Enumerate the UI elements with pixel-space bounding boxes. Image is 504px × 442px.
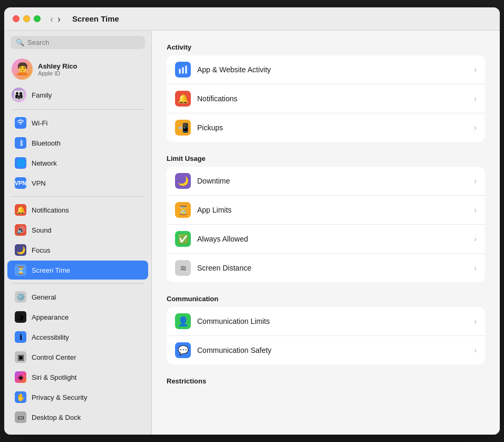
sidebar-label-focus: Focus <box>32 246 50 254</box>
sidebar-item-sound[interactable]: 🔊 Sound <box>7 220 148 239</box>
general-icon: ⚙️ <box>15 291 26 303</box>
svg-rect-1 <box>182 68 184 74</box>
family-label: Family <box>32 91 52 99</box>
sidebar-item-accessibility[interactable]: ℹ Accessibility <box>7 328 148 347</box>
desktop-icon: ▭ <box>15 411 26 423</box>
downtime-card-icon: 🌙 <box>175 173 191 189</box>
pickups-chevron: › <box>474 123 477 132</box>
sidebar-item-privacy[interactable]: ✋ Privacy & Security <box>7 388 148 407</box>
search-icon: 🔍 <box>16 39 24 46</box>
communication-safety-icon: 💬 <box>175 342 191 358</box>
section-header-communication: Communication <box>167 295 485 303</box>
communication-limits-icon: 👤 <box>175 313 191 329</box>
sidebar-item-family[interactable]: 👨‍👩‍👧 Family <box>4 84 151 106</box>
communication-safety-item[interactable]: 💬 Communication Safety › <box>167 336 485 364</box>
screen-distance-chevron: › <box>474 264 477 272</box>
section-header-limit: Limit Usage <box>167 155 485 162</box>
avatar: 🧑‍🦱 <box>12 59 33 80</box>
sidebar-label-bluetooth: Bluetooth <box>32 139 61 147</box>
privacy-icon: ✋ <box>15 391 26 403</box>
screen-distance-item[interactable]: ≋ Screen Distance › <box>167 254 485 282</box>
sidebar-label-screentime: Screen Time <box>32 266 70 274</box>
sidebar-item-general[interactable]: ⚙️ General <box>7 287 148 306</box>
svg-rect-0 <box>179 69 181 74</box>
svg-rect-2 <box>186 66 187 74</box>
back-arrow[interactable]: ‹ <box>49 14 54 24</box>
wifi-icon <box>15 117 26 129</box>
appearance-icon: ◑ <box>15 311 26 323</box>
sidebar-item-notifications[interactable]: 🔔 Notifications <box>7 200 148 219</box>
screen-distance-card-icon: ≋ <box>175 260 191 276</box>
controlcenter-icon: ▣ <box>15 351 26 363</box>
sidebar-item-network[interactable]: 🌐 Network <box>7 153 148 172</box>
app-limits-chevron: › <box>474 206 477 214</box>
profile-text: Ashley Rico Apple ID <box>38 62 77 76</box>
communication-safety-chevron: › <box>474 346 477 354</box>
sidebar-item-controlcenter[interactable]: ▣ Control Center <box>7 348 148 367</box>
sidebar-item-desktop[interactable]: ▭ Desktop & Dock <box>7 408 148 427</box>
app-website-activity-item[interactable]: App & Website Activity › <box>167 55 485 84</box>
sidebar-label-appearance: Appearance <box>32 313 69 321</box>
sidebar-item-vpn[interactable]: VPN VPN <box>7 174 148 193</box>
communication-safety-label: Communication Safety <box>197 346 468 354</box>
always-allowed-item[interactable]: ✅ Always Allowed › <box>167 225 485 254</box>
sidebar-item-siri[interactable]: ◈ Siri & Spotlight <box>7 368 148 387</box>
profile-section[interactable]: 🧑‍🦱 Ashley Rico Apple ID <box>4 54 151 84</box>
downtime-item[interactable]: 🌙 Downtime › <box>167 167 485 196</box>
downtime-label: Downtime <box>197 177 468 185</box>
nav-arrows: ‹ › <box>49 14 62 24</box>
profile-sub: Apple ID <box>38 70 77 76</box>
communication-limits-chevron: › <box>474 317 477 325</box>
pickups-card-icon: 📲 <box>175 120 191 136</box>
sidebar-item-bluetooth[interactable]: ᛒ Bluetooth <box>7 133 148 152</box>
sidebar-item-wifi[interactable]: Wi-Fi <box>7 113 148 132</box>
sidebar-label-notifications: Notifications <box>32 206 69 214</box>
sidebar-divider-3 <box>12 283 144 284</box>
screen-distance-label: Screen Distance <box>197 264 468 272</box>
always-allowed-card-icon: ✅ <box>175 231 191 247</box>
section-header-restrictions: Restrictions <box>167 377 485 385</box>
sidebar-label-network: Network <box>32 159 57 167</box>
focus-icon: 🌙 <box>15 244 26 256</box>
always-allowed-label: Always Allowed <box>197 235 468 243</box>
communication-card: 👤 Communication Limits › 💬 Communication… <box>167 307 485 364</box>
app-activity-label: App & Website Activity <box>197 65 468 74</box>
sidebar-item-screentime[interactable]: ⏳ Screen Time <box>7 261 148 280</box>
sidebar-divider-2 <box>12 196 144 197</box>
sidebar-label-general: General <box>32 293 56 301</box>
sidebar-label-sound: Sound <box>32 226 52 234</box>
accessibility-icon: ℹ <box>15 331 26 343</box>
app-window: ‹ › Screen Time 🔍 🧑‍🦱 Ashley Rico Apple … <box>4 7 500 435</box>
bluetooth-icon: ᛒ <box>15 137 26 149</box>
app-limits-item[interactable]: ⏳ App Limits › <box>167 196 485 225</box>
sidebar-label-siri: Siri & Spotlight <box>32 373 76 381</box>
notifications-label: Notifications <box>197 94 468 103</box>
pickups-label: Pickups <box>197 123 468 132</box>
app-limits-card-icon: ⏳ <box>175 202 191 218</box>
search-input[interactable] <box>27 39 140 46</box>
sidebar-item-appearance[interactable]: ◑ Appearance <box>7 308 148 326</box>
sidebar-label-wifi: Wi-Fi <box>32 119 47 127</box>
app-activity-chevron: › <box>474 65 477 74</box>
pickups-item[interactable]: 📲 Pickups › <box>167 113 485 142</box>
communication-limits-label: Communication Limits <box>197 317 468 325</box>
app-activity-icon <box>175 62 191 78</box>
sidebar-label-vpn: VPN <box>32 179 46 187</box>
always-allowed-chevron: › <box>474 235 477 243</box>
maximize-button[interactable] <box>34 15 41 22</box>
family-avatar: 👨‍👩‍👧 <box>12 88 26 102</box>
app-limits-label: App Limits <box>197 206 468 214</box>
forward-arrow[interactable]: › <box>56 14 62 24</box>
notifications-item[interactable]: 🔔 Notifications › <box>167 84 485 113</box>
sidebar-label-privacy: Privacy & Security <box>32 393 87 401</box>
communication-limits-item[interactable]: 👤 Communication Limits › <box>167 307 485 336</box>
search-bar[interactable]: 🔍 <box>11 36 145 49</box>
minimize-button[interactable] <box>23 15 30 22</box>
close-button[interactable] <box>13 15 20 22</box>
window-title: Screen Time <box>72 14 119 23</box>
sound-icon: 🔊 <box>15 224 26 236</box>
sidebar-label-desktop: Desktop & Dock <box>32 414 81 421</box>
sidebar-item-focus[interactable]: 🌙 Focus <box>7 241 148 260</box>
sidebar-divider <box>12 109 144 110</box>
siri-icon: ◈ <box>15 371 26 383</box>
